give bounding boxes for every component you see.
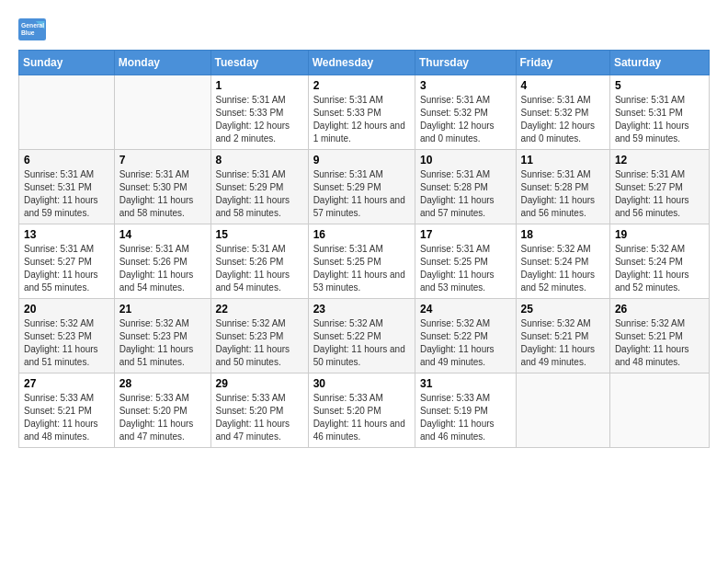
header-day-tuesday: Tuesday <box>210 51 308 75</box>
calendar-cell <box>114 75 210 150</box>
calendar-cell: 5Sunrise: 5:31 AMSunset: 5:31 PMDaylight… <box>609 75 709 150</box>
day-number: 10 <box>420 154 511 167</box>
day-info: Sunrise: 5:31 AMSunset: 5:29 PMDaylight:… <box>216 168 303 220</box>
day-info: Sunrise: 5:31 AMSunset: 5:26 PMDaylight:… <box>119 243 206 294</box>
calendar-cell <box>609 373 709 448</box>
calendar-cell: 29Sunrise: 5:33 AMSunset: 5:20 PMDayligh… <box>210 373 308 448</box>
calendar-cell: 10Sunrise: 5:31 AMSunset: 5:28 PMDayligh… <box>415 150 516 224</box>
day-number: 19 <box>615 228 704 241</box>
calendar-cell: 8Sunrise: 5:31 AMSunset: 5:29 PMDaylight… <box>210 150 308 224</box>
day-info: Sunrise: 5:32 AMSunset: 5:21 PMDaylight:… <box>615 317 704 369</box>
page-header: General Blue <box>18 18 710 40</box>
calendar-week-row: 13Sunrise: 5:31 AMSunset: 5:27 PMDayligh… <box>19 224 710 299</box>
day-info: Sunrise: 5:31 AMSunset: 5:27 PMDaylight:… <box>24 243 109 294</box>
day-info: Sunrise: 5:33 AMSunset: 5:20 PMDaylight:… <box>119 392 206 443</box>
day-number: 11 <box>521 154 605 167</box>
calendar-table: SundayMondayTuesdayWednesdayThursdayFrid… <box>18 50 710 448</box>
calendar-cell: 21Sunrise: 5:32 AMSunset: 5:23 PMDayligh… <box>114 299 210 373</box>
day-info: Sunrise: 5:31 AMSunset: 5:26 PMDaylight:… <box>216 243 303 294</box>
day-info: Sunrise: 5:32 AMSunset: 5:23 PMDaylight:… <box>216 317 303 369</box>
day-info: Sunrise: 5:33 AMSunset: 5:20 PMDaylight:… <box>313 392 410 443</box>
day-info: Sunrise: 5:31 AMSunset: 5:28 PMDaylight:… <box>521 168 605 220</box>
calendar-cell: 22Sunrise: 5:32 AMSunset: 5:23 PMDayligh… <box>210 299 308 373</box>
day-number: 16 <box>313 228 410 241</box>
day-number: 18 <box>521 228 605 241</box>
day-info: Sunrise: 5:32 AMSunset: 5:24 PMDaylight:… <box>615 243 704 294</box>
day-number: 14 <box>119 228 206 241</box>
day-number: 12 <box>615 154 704 167</box>
svg-text:General: General <box>21 22 44 29</box>
calendar-cell: 16Sunrise: 5:31 AMSunset: 5:25 PMDayligh… <box>308 224 415 299</box>
day-info: Sunrise: 5:32 AMSunset: 5:22 PMDaylight:… <box>313 317 410 369</box>
header-day-saturday: Saturday <box>609 51 709 75</box>
calendar-cell: 18Sunrise: 5:32 AMSunset: 5:24 PMDayligh… <box>516 224 609 299</box>
day-info: Sunrise: 5:31 AMSunset: 5:29 PMDaylight:… <box>313 168 410 220</box>
calendar-cell: 19Sunrise: 5:32 AMSunset: 5:24 PMDayligh… <box>609 224 709 299</box>
day-info: Sunrise: 5:31 AMSunset: 5:33 PMDaylight:… <box>313 94 410 145</box>
day-info: Sunrise: 5:32 AMSunset: 5:22 PMDaylight:… <box>420 317 511 369</box>
day-number: 13 <box>24 228 109 241</box>
day-info: Sunrise: 5:31 AMSunset: 5:28 PMDaylight:… <box>420 168 511 220</box>
day-number: 4 <box>521 79 605 92</box>
day-info: Sunrise: 5:31 AMSunset: 5:30 PMDaylight:… <box>119 168 206 220</box>
day-info: Sunrise: 5:32 AMSunset: 5:24 PMDaylight:… <box>521 243 605 294</box>
logo-icon: General Blue <box>18 18 46 40</box>
calendar-cell: 7Sunrise: 5:31 AMSunset: 5:30 PMDaylight… <box>114 150 210 224</box>
day-info: Sunrise: 5:31 AMSunset: 5:32 PMDaylight:… <box>420 94 511 145</box>
calendar-header-row: SundayMondayTuesdayWednesdayThursdayFrid… <box>19 51 710 75</box>
calendar-cell: 3Sunrise: 5:31 AMSunset: 5:32 PMDaylight… <box>415 75 516 150</box>
calendar-cell: 9Sunrise: 5:31 AMSunset: 5:29 PMDaylight… <box>308 150 415 224</box>
day-info: Sunrise: 5:33 AMSunset: 5:21 PMDaylight:… <box>24 392 109 443</box>
day-number: 3 <box>420 79 511 92</box>
day-info: Sunrise: 5:33 AMSunset: 5:19 PMDaylight:… <box>420 392 511 443</box>
day-info: Sunrise: 5:31 AMSunset: 5:32 PMDaylight:… <box>521 94 605 145</box>
svg-text:Blue: Blue <box>21 29 35 36</box>
calendar-cell: 31Sunrise: 5:33 AMSunset: 5:19 PMDayligh… <box>415 373 516 448</box>
calendar-cell: 11Sunrise: 5:31 AMSunset: 5:28 PMDayligh… <box>516 150 609 224</box>
header-day-thursday: Thursday <box>415 51 516 75</box>
calendar-cell: 25Sunrise: 5:32 AMSunset: 5:21 PMDayligh… <box>516 299 609 373</box>
calendar-week-row: 27Sunrise: 5:33 AMSunset: 5:21 PMDayligh… <box>19 373 710 448</box>
day-info: Sunrise: 5:33 AMSunset: 5:20 PMDaylight:… <box>216 392 303 443</box>
day-number: 2 <box>313 79 410 92</box>
calendar-cell: 6Sunrise: 5:31 AMSunset: 5:31 PMDaylight… <box>19 150 115 224</box>
calendar-cell: 28Sunrise: 5:33 AMSunset: 5:20 PMDayligh… <box>114 373 210 448</box>
calendar-cell: 12Sunrise: 5:31 AMSunset: 5:27 PMDayligh… <box>609 150 709 224</box>
calendar-cell: 2Sunrise: 5:31 AMSunset: 5:33 PMDaylight… <box>308 75 415 150</box>
day-info: Sunrise: 5:31 AMSunset: 5:33 PMDaylight:… <box>216 94 303 145</box>
calendar-cell: 13Sunrise: 5:31 AMSunset: 5:27 PMDayligh… <box>19 224 115 299</box>
day-number: 23 <box>313 303 410 316</box>
day-info: Sunrise: 5:32 AMSunset: 5:23 PMDaylight:… <box>24 317 109 369</box>
day-number: 7 <box>119 154 206 167</box>
day-number: 6 <box>24 154 109 167</box>
day-number: 9 <box>313 154 410 167</box>
day-number: 29 <box>216 377 303 390</box>
calendar-cell: 23Sunrise: 5:32 AMSunset: 5:22 PMDayligh… <box>308 299 415 373</box>
calendar-cell: 27Sunrise: 5:33 AMSunset: 5:21 PMDayligh… <box>19 373 115 448</box>
day-info: Sunrise: 5:31 AMSunset: 5:31 PMDaylight:… <box>24 168 109 220</box>
day-number: 31 <box>420 377 511 390</box>
header-day-friday: Friday <box>516 51 609 75</box>
calendar-week-row: 1Sunrise: 5:31 AMSunset: 5:33 PMDaylight… <box>19 75 710 150</box>
day-number: 27 <box>24 377 109 390</box>
calendar-cell <box>19 75 115 150</box>
calendar-cell: 30Sunrise: 5:33 AMSunset: 5:20 PMDayligh… <box>308 373 415 448</box>
calendar-cell: 20Sunrise: 5:32 AMSunset: 5:23 PMDayligh… <box>19 299 115 373</box>
calendar-week-row: 6Sunrise: 5:31 AMSunset: 5:31 PMDaylight… <box>19 150 710 224</box>
day-info: Sunrise: 5:31 AMSunset: 5:27 PMDaylight:… <box>615 168 704 220</box>
calendar-week-row: 20Sunrise: 5:32 AMSunset: 5:23 PMDayligh… <box>19 299 710 373</box>
day-number: 8 <box>216 154 303 167</box>
day-number: 25 <box>521 303 605 316</box>
calendar-cell: 17Sunrise: 5:31 AMSunset: 5:25 PMDayligh… <box>415 224 516 299</box>
day-number: 22 <box>216 303 303 316</box>
day-number: 15 <box>216 228 303 241</box>
day-number: 1 <box>216 79 303 92</box>
day-info: Sunrise: 5:32 AMSunset: 5:21 PMDaylight:… <box>521 317 605 369</box>
day-number: 24 <box>420 303 511 316</box>
day-number: 30 <box>313 377 410 390</box>
day-number: 20 <box>24 303 109 316</box>
day-info: Sunrise: 5:31 AMSunset: 5:25 PMDaylight:… <box>420 243 511 294</box>
header-day-sunday: Sunday <box>19 51 115 75</box>
day-number: 21 <box>119 303 206 316</box>
calendar-cell: 15Sunrise: 5:31 AMSunset: 5:26 PMDayligh… <box>210 224 308 299</box>
